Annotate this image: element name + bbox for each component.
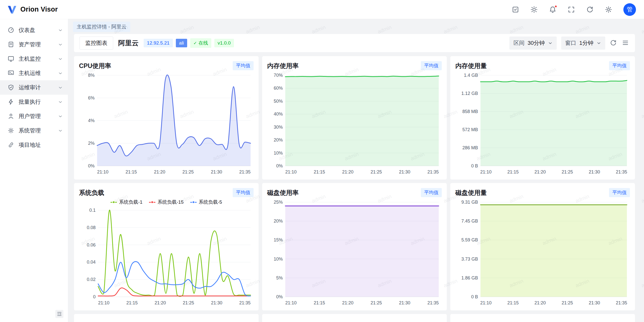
svg-text:21:10: 21:10 [480, 300, 492, 305]
system-tool-icon [8, 127, 14, 134]
settings-gear-icon[interactable] [605, 6, 612, 13]
chart-card-header: 系统负载平均值 [79, 187, 254, 198]
svg-text:0%: 0% [276, 294, 283, 299]
sidebar-item-host-ops[interactable]: 主机运维 [0, 66, 68, 80]
refresh-icon[interactable] [586, 6, 594, 13]
host-tags: 12.92.5.21ali✓在线v1.0.0 [144, 38, 234, 48]
svg-text:21:25: 21:25 [561, 300, 573, 305]
host-monitor-icon [8, 55, 14, 62]
theme-sun-icon[interactable] [530, 6, 538, 13]
host-tag: v1.0.0 [214, 39, 234, 47]
svg-text:3.73 GB: 3.73 GB [461, 257, 478, 262]
sidebar-item-host-monitor[interactable]: 主机监控 [0, 52, 68, 66]
svg-text:1.12 GB: 1.12 GB [461, 91, 478, 96]
sidebar-item-batch-exec[interactable]: 批量执行 [0, 95, 68, 109]
sidebar-item-project-link[interactable]: 项目地址 [0, 138, 68, 152]
breadcrumb-tab[interactable]: 主机监控详情 - 阿里云 [73, 22, 130, 32]
header-actions: 管 [512, 3, 636, 16]
svg-text:5.59 GB: 5.59 GB [461, 237, 478, 242]
svg-text:6%: 6% [88, 95, 95, 100]
user-avatar[interactable]: 管 [623, 3, 636, 16]
chart-card-partial [74, 314, 259, 322]
chart-card-header: 内存使用量平均值 [455, 60, 630, 71]
legend-label: 系统负载-5 [199, 199, 222, 205]
chevron-down-icon [58, 28, 63, 33]
sidebar-item-label: 用户管理 [19, 113, 54, 120]
svg-text:1.86 GB: 1.86 GB [461, 275, 478, 280]
notification-dot [554, 5, 557, 8]
tag-text: 在线 [198, 40, 208, 46]
chart-title: 磁盘使用量 [455, 189, 487, 197]
svg-text:20%: 20% [274, 137, 283, 142]
sidebar-item-label: 系统管理 [19, 127, 54, 134]
svg-text:60%: 60% [274, 86, 283, 91]
svg-text:21:15: 21:15 [126, 300, 138, 305]
sidebar-item-assets[interactable]: 资产管理 [0, 37, 68, 52]
sidebar-item-system-mgmt[interactable]: 系统管理 [0, 123, 68, 138]
svg-text:21:25: 21:25 [371, 169, 382, 174]
sidebar-item-label: 项目地址 [19, 141, 63, 149]
svg-text:0.06: 0.06 [87, 242, 96, 247]
fullscreen-icon[interactable] [568, 6, 575, 13]
svg-text:572 MB: 572 MB [462, 127, 478, 132]
notification-bell-icon[interactable] [549, 6, 556, 13]
window-label: 窗口 [565, 39, 576, 47]
chart-title: 内存使用量 [455, 62, 487, 70]
svg-text:21:20: 21:20 [154, 300, 166, 305]
sidebar-item-ops-audit[interactable]: 运维审计 [0, 80, 68, 95]
chevron-down-icon [548, 41, 553, 46]
svg-text:21:35: 21:35 [427, 169, 439, 174]
svg-text:21:10: 21:10 [97, 169, 108, 174]
monitor-chart-button[interactable]: 监控图表 [79, 37, 113, 50]
chart-legend: 系统负载-1系统负载-15系统负载-5 [79, 198, 254, 206]
svg-text:21:10: 21:10 [480, 169, 492, 174]
svg-text:21:10: 21:10 [285, 169, 297, 174]
chart-list-menu-icon[interactable] [622, 39, 629, 47]
legend-label: 系统负载-15 [157, 199, 183, 205]
svg-text:70%: 70% [274, 73, 283, 78]
sidebar-item-dashboard[interactable]: 仪表盘 [0, 23, 68, 37]
chart-plot: 00.020.040.060.080.121:1021:1521:2021:25… [79, 206, 254, 306]
svg-text:21:20: 21:20 [342, 169, 353, 174]
window-select[interactable]: 窗口 1分钟 [561, 37, 605, 50]
chart-card-header: 磁盘使用量平均值 [455, 187, 630, 198]
avg-value-badge: 平均值 [421, 188, 442, 197]
legend-marker [149, 202, 155, 203]
app-logo: Orion Visor [7, 5, 58, 15]
tag-text: ali [179, 40, 184, 46]
chart-card-disk-usage-amount: 磁盘使用量平均值0 B1.86 GB3.73 GB5.59 GB7.45 GB9… [450, 183, 635, 310]
svg-text:21:25: 21:25 [561, 169, 573, 174]
svg-text:21:30: 21:30 [211, 300, 222, 305]
svg-text:21:25: 21:25 [182, 169, 194, 174]
charts-refresh-icon[interactable] [610, 39, 617, 47]
chevron-down-icon [596, 41, 601, 46]
legend-item[interactable]: 系统负载-15 [149, 199, 183, 205]
svg-text:21:35: 21:35 [239, 300, 251, 305]
monitor-check-icon[interactable] [512, 6, 519, 13]
svg-text:5%: 5% [276, 275, 283, 280]
sidebar-collapse-button[interactable] [55, 310, 63, 318]
svg-text:21:20: 21:20 [535, 169, 546, 174]
interval-select[interactable]: 区间 30分钟 [509, 37, 556, 50]
svg-text:21:30: 21:30 [399, 300, 410, 305]
interval-label: 区间 [513, 39, 525, 47]
chart-card-partial [262, 314, 447, 322]
host-tag: ✓在线 [190, 38, 211, 48]
link-icon [8, 141, 14, 148]
legend-marker [110, 202, 117, 203]
breadcrumb: 主机监控详情 - 阿里云 [68, 19, 644, 31]
svg-text:0.1: 0.1 [89, 208, 96, 213]
legend-item[interactable]: 系统负载-5 [190, 199, 222, 205]
svg-text:0.08: 0.08 [87, 225, 96, 230]
sidebar-item-label: 主机运维 [19, 69, 54, 77]
chart-card-header: CPU使用率平均值 [79, 60, 254, 71]
svg-text:21:20: 21:20 [535, 300, 546, 305]
chart-plot: 0%2%4%6%8%21:1021:1521:2021:2521:3021:35 [79, 71, 254, 175]
sidebar-menu: 仪表盘资产管理主机监控主机运维运维审计批量执行用户管理系统管理项目地址 [0, 23, 68, 152]
legend-item[interactable]: 系统负载-1 [110, 199, 142, 205]
svg-text:21:25: 21:25 [183, 300, 194, 305]
window-value: 1分钟 [579, 39, 593, 47]
sidebar-item-user-mgmt[interactable]: 用户管理 [0, 109, 68, 123]
svg-text:0%: 0% [88, 163, 95, 168]
svg-text:4%: 4% [88, 118, 95, 123]
